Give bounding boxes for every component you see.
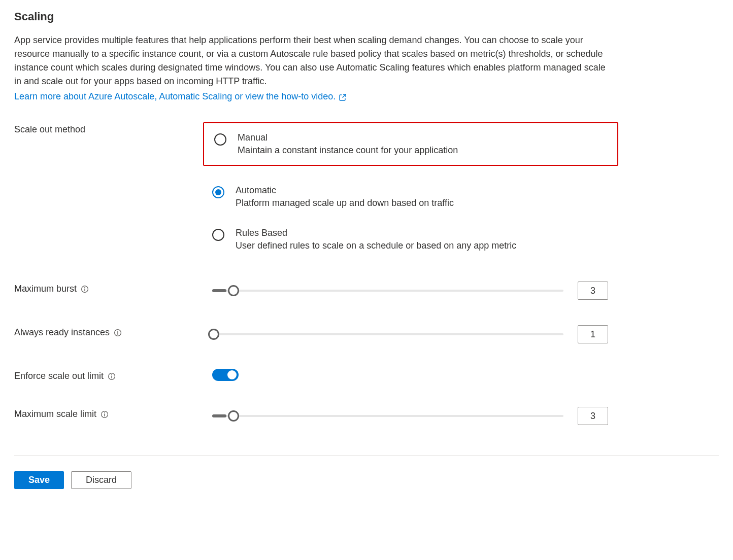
slider-thumb-icon[interactable] (208, 329, 219, 340)
scale-out-method-radio-group: Manual Maintain a constant instance coun… (212, 122, 608, 251)
section-title: Scaling (14, 10, 719, 23)
section-description: App service provides multiple features t… (14, 33, 613, 88)
max-scale-limit-value[interactable]: 3 (578, 407, 608, 425)
radio-manual-title: Manual (238, 132, 458, 143)
svg-rect-11 (104, 413, 105, 416)
external-link-icon (339, 93, 347, 101)
svg-rect-2 (84, 288, 85, 291)
radio-rules-title: Rules Based (236, 228, 516, 238)
radio-option-automatic[interactable]: Automatic Platform managed scale up and … (212, 185, 608, 208)
radio-circle-icon (212, 186, 224, 198)
enforce-limit-toggle[interactable] (212, 369, 239, 381)
svg-point-10 (104, 412, 105, 413)
radio-option-manual[interactable]: Manual Maintain a constant instance coun… (214, 132, 607, 156)
highlight-annotation: Manual Maintain a constant instance coun… (203, 122, 618, 166)
radio-automatic-title: Automatic (236, 185, 454, 196)
toggle-knob-icon (227, 370, 237, 379)
save-button[interactable]: Save (14, 471, 64, 489)
svg-point-1 (84, 287, 85, 288)
learn-more-text: Learn more about Azure Autoscale, Automa… (14, 91, 336, 102)
radio-automatic-desc: Platform managed scale up and down based… (236, 198, 454, 208)
max-scale-limit-slider[interactable] (212, 410, 563, 422)
info-icon[interactable] (114, 329, 122, 337)
maximum-burst-value[interactable]: 3 (578, 282, 608, 300)
maximum-burst-slider[interactable] (212, 285, 563, 297)
always-ready-slider[interactable] (212, 328, 563, 340)
learn-more-link[interactable]: Learn more about Azure Autoscale, Automa… (14, 91, 347, 102)
svg-point-7 (111, 374, 112, 375)
always-ready-label: Always ready instances (14, 327, 110, 338)
svg-rect-8 (111, 375, 112, 378)
max-scale-limit-label: Maximum scale limit (14, 409, 96, 419)
slider-thumb-icon[interactable] (228, 410, 239, 422)
info-icon[interactable] (81, 285, 89, 293)
radio-circle-icon (214, 133, 226, 146)
info-icon[interactable] (101, 410, 109, 418)
scale-out-method-label: Scale out method (14, 124, 85, 135)
maximum-burst-label: Maximum burst (14, 284, 77, 294)
discard-button[interactable]: Discard (71, 471, 131, 489)
enforce-limit-label: Enforce scale out limit (14, 371, 104, 381)
slider-thumb-icon[interactable] (228, 285, 239, 296)
svg-rect-5 (117, 332, 118, 334)
always-ready-value[interactable]: 1 (578, 325, 608, 343)
radio-option-rules[interactable]: Rules Based User defined rules to scale … (212, 228, 608, 251)
radio-rules-desc: User defined rules to scale on a schedul… (236, 240, 516, 251)
radio-circle-icon (212, 229, 224, 241)
radio-manual-desc: Maintain a constant instance count for y… (238, 145, 458, 156)
svg-point-4 (117, 331, 118, 332)
info-icon[interactable] (108, 372, 116, 380)
